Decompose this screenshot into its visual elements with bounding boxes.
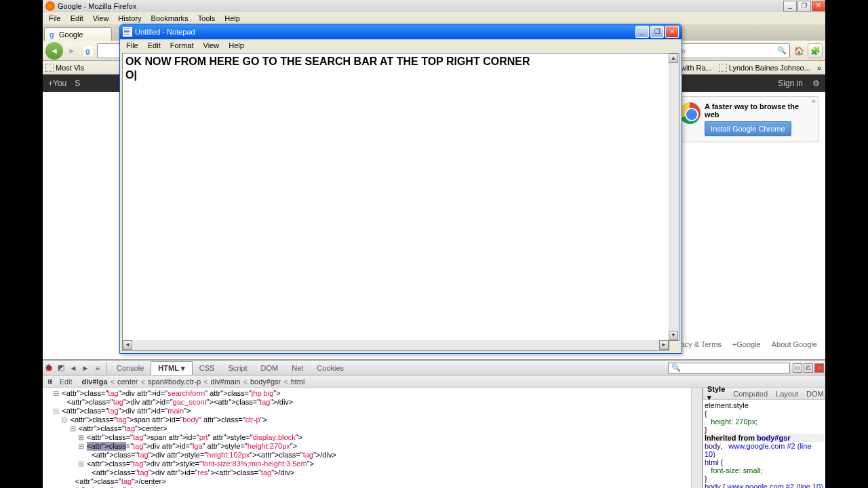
home-button[interactable]: 🏠: [791, 43, 806, 58]
crumb-center[interactable]: center: [117, 378, 138, 386]
firefox-icon: [45, 1, 55, 11]
notepad-maximize[interactable]: ❐: [650, 26, 664, 38]
ff-menu-bookmarks[interactable]: Bookmarks: [146, 13, 193, 24]
footer-plusgoogle[interactable]: +Google: [732, 340, 761, 348]
html-node[interactable]: ⊟ <attr">class="tag">div attr">id="main"…: [44, 407, 701, 415]
firefox-titlebar: Google - Mozilla Firefox _ ❐ ✕: [43, 0, 825, 12]
fb-close[interactable]: ○: [814, 363, 824, 373]
nav-fwd-button[interactable]: ►: [64, 43, 79, 58]
fb-tab-dom[interactable]: DOM: [254, 362, 285, 374]
notepad-scrollbar-horizontal[interactable]: ◄►: [122, 340, 669, 351]
fb-edit-button[interactable]: Edit: [60, 378, 73, 386]
notepad-scrollbar-vertical[interactable]: ▲▼: [669, 53, 679, 341]
html-node[interactable]: ⊟ <attr">class="tag">span attr">id="body…: [44, 415, 701, 424]
fb-tab-net[interactable]: Net: [285, 362, 310, 374]
firefox-title: Google - Mozilla Firefox: [58, 2, 136, 10]
html-scrollbar[interactable]: [691, 388, 702, 488]
firefox-tab[interactable]: g Google: [44, 27, 112, 41]
nav-refresh-button[interactable]: g: [81, 43, 96, 58]
fb-nav-fwd[interactable]: ►: [79, 363, 92, 373]
crumb-spanbody[interactable]: span#body.ctr-p: [148, 378, 201, 386]
folder-icon: [45, 64, 54, 72]
search-icon[interactable]: 🔍: [777, 46, 787, 55]
html-node[interactable]: ⊞ <attr">class="tag">div attr">id="lga" …: [44, 442, 701, 451]
firebug-html-tree[interactable]: ⊟ <attr">class="tag">div attr">id="searc…: [43, 388, 702, 488]
fb-menu-icon[interactable]: ≡: [92, 363, 104, 373]
np-menu-format[interactable]: Format: [165, 40, 199, 51]
chrome-promo: ✕ A faster way to browse the web Install…: [673, 96, 818, 142]
chrome-icon: [679, 102, 701, 124]
firebug-toolbar: 🐞 ◩ ◄ ► ≡ Console HTML ▾ CSS Script DOM …: [43, 361, 825, 375]
google-favicon: g: [47, 30, 57, 39]
fb-minimize[interactable]: ▭: [793, 363, 802, 373]
bookmark-lyndon[interactable]: Lyndon Baines Johnso...: [719, 64, 810, 72]
html-node[interactable]: ⊞ <attr">class="tag">span attr">id="prt"…: [44, 433, 701, 442]
install-chrome-button[interactable]: Install Google Chrome: [705, 121, 791, 136]
fb-tab-html[interactable]: HTML ▾: [151, 361, 192, 375]
fb-toggle-icon[interactable]: ⊞: [48, 377, 53, 386]
footer-about[interactable]: About Google: [772, 340, 817, 348]
notepad-minimize[interactable]: _: [635, 26, 649, 38]
firefox-maximize[interactable]: ❐: [797, 1, 811, 12]
notepad-window: Untitled - Notepad _ ❐ ✕ File Edit Forma…: [119, 24, 682, 354]
firefox-close[interactable]: ✕: [812, 1, 825, 12]
firebug-panel: 🐞 ◩ ◄ ► ≡ Console HTML ▾ CSS Script DOM …: [43, 359, 825, 488]
html-node[interactable]: <attr">class="tag">/center>: [44, 477, 701, 486]
fb-tab-script[interactable]: Script: [221, 362, 254, 374]
inspect-icon[interactable]: ◩: [55, 363, 67, 373]
promo-headline: A faster way to browse the web: [705, 102, 812, 119]
html-node[interactable]: <attr">class="tag">div attr">id="gac_sco…: [44, 398, 701, 407]
ff-menu-history[interactable]: History: [113, 13, 146, 24]
fb-detach[interactable]: ◰: [804, 363, 813, 373]
np-menu-help[interactable]: Help: [224, 40, 249, 51]
google-signin-link[interactable]: Sign in: [778, 79, 803, 88]
google-footer: Privacy & Terms +Google About Google: [668, 340, 817, 348]
page-icon: [719, 64, 727, 72]
google-s-link[interactable]: S: [75, 79, 80, 88]
crumb-html[interactable]: html: [291, 378, 305, 386]
ff-menu-file[interactable]: File: [44, 13, 66, 24]
fb-tab-console[interactable]: Console: [110, 362, 151, 374]
notepad-titlebar[interactable]: Untitled - Notepad _ ❐ ✕: [120, 24, 682, 39]
google-you-link[interactable]: +You: [43, 79, 66, 88]
crumb-divlga[interactable]: div#lga: [82, 378, 108, 386]
addon-button[interactable]: 🧩: [808, 43, 823, 58]
notepad-icon: [123, 27, 132, 37]
notepad-close[interactable]: ✕: [665, 26, 679, 38]
np-menu-view[interactable]: View: [199, 40, 224, 51]
notepad-menubar: File Edit Format View Help: [120, 39, 682, 52]
bookmark-most-visited[interactable]: Most Vis: [45, 64, 84, 72]
fb-tab-cookies[interactable]: Cookies: [310, 362, 351, 374]
ff-menu-view[interactable]: View: [88, 13, 114, 24]
crumb-divmain[interactable]: div#main: [210, 378, 240, 386]
fb-tab-css[interactable]: CSS: [193, 362, 222, 374]
crumb-bodygsr[interactable]: body#gsr: [250, 378, 281, 386]
html-node[interactable]: ⊞ <attr">class="tag">div attr">style="fo…: [44, 460, 701, 468]
firebug-search[interactable]: 🔍: [668, 363, 790, 373]
fb-nav-back[interactable]: ◄: [67, 363, 79, 373]
ff-menu-edit[interactable]: Edit: [66, 13, 88, 24]
np-menu-edit[interactable]: Edit: [143, 40, 165, 51]
html-node[interactable]: <attr">class="tag">div attr">style="heig…: [44, 451, 701, 460]
promo-close-icon[interactable]: ✕: [811, 98, 816, 105]
firefox-menubar: File Edit View History Bookmarks Tools H…: [43, 12, 825, 24]
ff-menu-tools[interactable]: Tools: [193, 13, 220, 24]
ff-menu-help[interactable]: Help: [220, 13, 245, 24]
np-menu-file[interactable]: File: [121, 40, 143, 51]
gear-icon[interactable]: ⚙: [812, 79, 820, 88]
html-node[interactable]: ⊟ <attr">class="tag">div attr">id="searc…: [44, 389, 701, 398]
side-tab-computed[interactable]: Computed: [729, 388, 772, 399]
firefox-minimize[interactable]: _: [783, 1, 797, 12]
firebug-css-panel[interactable]: element.style { height: 270px; } Inherit…: [703, 400, 825, 488]
notepad-line1: OK NOW FROM HERE GO TO THE SEARCH BAR AT…: [125, 55, 676, 68]
svg-text:g: g: [50, 30, 54, 39]
side-tab-layout[interactable]: Layout: [772, 388, 802, 399]
firebug-icon[interactable]: 🐞: [43, 363, 55, 373]
nav-back-button[interactable]: ◄: [45, 42, 63, 60]
html-node[interactable]: ⊟ <attr">class="tag">center>: [44, 424, 701, 433]
search-bar[interactable]: ogle 🔍: [668, 43, 790, 58]
bookmarks-overflow[interactable]: »: [817, 64, 821, 72]
notepad-textarea[interactable]: OK NOW FROM HERE GO TO THE SEARCH BAR AT…: [122, 53, 679, 341]
html-node[interactable]: <attr">class="tag">div attr">id="res"><a…: [44, 468, 701, 477]
side-tab-dom[interactable]: DOM: [802, 388, 828, 399]
